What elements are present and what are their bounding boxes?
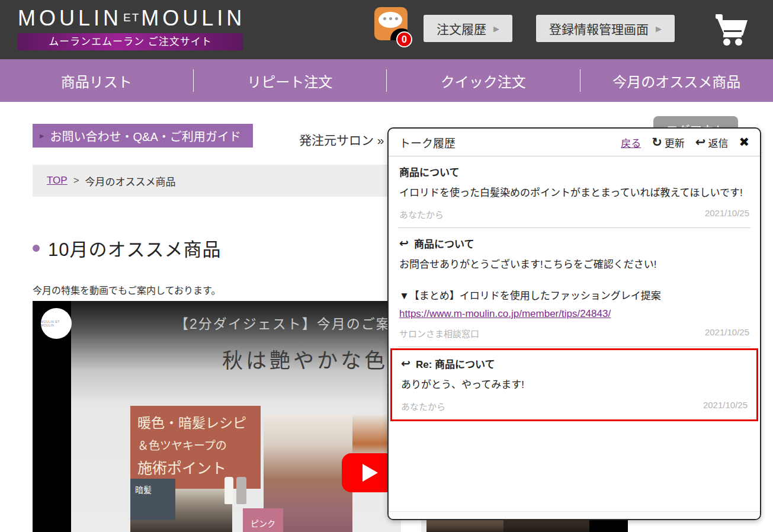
message-footer: あなたから 2021/10/25 bbox=[399, 208, 749, 220]
back-link[interactable]: 戻る bbox=[621, 135, 641, 150]
page: MOULINETMOULIN ムーランエムーラン ご注文サイト 0 注文履歴 ▶… bbox=[0, 0, 773, 532]
message-date: 2021/10/25 bbox=[705, 327, 749, 339]
panel-header: トーク履歴 戻る ↻ 更新 ↩ 返信 ✖ bbox=[389, 129, 760, 156]
logo-subtitle-badge: ムーランエムーラン ご注文サイト bbox=[18, 33, 243, 50]
reply-button[interactable]: ↩ 返信 bbox=[695, 135, 729, 150]
message-title: 商品について bbox=[399, 164, 749, 179]
cart-button[interactable] bbox=[711, 12, 750, 49]
message-sender: あなたから bbox=[401, 400, 445, 412]
message-list: 商品について イロリドを使った白髪染めのポイントがまとまっていれば教えてほしいで… bbox=[389, 156, 760, 421]
play-icon bbox=[363, 464, 378, 482]
message-date: 2021/10/25 bbox=[703, 400, 748, 412]
contact-guide-button[interactable]: ▸ お問い合わせ・Q&A・ご利用ガイド bbox=[33, 124, 253, 148]
pink-label: ピンク bbox=[243, 508, 283, 532]
panel-title: トーク履歴 bbox=[399, 134, 621, 150]
bullet-ring-icon bbox=[33, 245, 40, 252]
main-nav: 商品リスト リピート注文 クイック注文 今月のオススメ商品 bbox=[0, 59, 773, 102]
message-body: ありがとう、やってみます! bbox=[401, 377, 748, 393]
logo-title: MOULINETMOULIN bbox=[18, 6, 243, 31]
cart-icon bbox=[711, 12, 750, 49]
account-management-button[interactable]: 登録情報管理画面 ▶ bbox=[536, 15, 675, 42]
site-logo[interactable]: MOULINETMOULIN ムーランエムーラン ご注文サイト bbox=[18, 6, 243, 50]
video-channel-logo: MOULIN ET MOULIN bbox=[41, 308, 72, 339]
refresh-button[interactable]: ↻ 更新 bbox=[652, 135, 685, 150]
message-date: 2021/10/25 bbox=[705, 208, 749, 220]
chevron-right-icon: ▸ bbox=[40, 130, 44, 141]
recipe-callout: 暖色・暗髪レシピ ＆色ツヤキープの 施術ポイント bbox=[130, 406, 261, 489]
arrow-right-icon: ▶ bbox=[493, 24, 499, 33]
intro-text: 今月の特集を動画でもご案内しております。 bbox=[33, 283, 220, 297]
refresh-icon: ↻ bbox=[652, 135, 662, 149]
page-title: 10月のオススメ商品 bbox=[48, 235, 221, 261]
message-summary: ▼【まとめ】イロリドを使用したファッショングレイ提案 bbox=[399, 287, 749, 302]
message-title: ↩ Re: 商品について bbox=[401, 356, 748, 371]
page-heading: 10月のオススメ商品 bbox=[33, 235, 221, 261]
reply-icon: ↩ bbox=[695, 135, 706, 149]
chat-unread-badge: 0 bbox=[396, 31, 412, 47]
tips-link[interactable]: https://www.m-moulin.co.jp/member/tips/2… bbox=[399, 308, 611, 320]
product-tube-icon bbox=[224, 477, 233, 504]
message-sender: あなたから bbox=[399, 208, 444, 220]
order-history-button[interactable]: 注文履歴 ▶ bbox=[424, 15, 512, 42]
dark-hair-label: 暗髪 bbox=[130, 479, 175, 520]
message-body: イロリドを使った白髪染めのポイントがまとまっていれば教えてほしいです! bbox=[399, 185, 749, 201]
message-item: ↩ 商品について お問合せありがとうございます!こちらをご確認ください! ▼【ま… bbox=[398, 228, 750, 348]
nav-item-product-list[interactable]: 商品リスト bbox=[0, 70, 193, 91]
nav-item-quick-order[interactable]: クイック注文 bbox=[387, 70, 580, 91]
arrow-right-icon: ▶ bbox=[656, 24, 662, 33]
message-item: ↩ Re: 商品について ありがとう、やってみます! あなたから 2021/10… bbox=[401, 356, 748, 412]
ordering-salon-label: 発注元サロン » bbox=[299, 130, 384, 148]
message-sender: サロンさま相談窓口 bbox=[399, 327, 479, 339]
reply-icon: ↩ bbox=[399, 236, 409, 250]
top-header: MOULINETMOULIN ムーランエムーラン ご注文サイト 0 注文履歴 ▶… bbox=[0, 0, 773, 59]
message-footer: あなたから 2021/10/25 bbox=[401, 400, 748, 412]
breadcrumb-home-link[interactable]: TOP bbox=[47, 175, 68, 187]
highlighted-message-box: ↩ Re: 商品について ありがとう、やってみます! あなたから 2021/10… bbox=[390, 348, 758, 421]
nav-item-repeat-order[interactable]: リピート注文 bbox=[194, 70, 387, 91]
nav-item-monthly-recommended[interactable]: 今月のオススメ商品 bbox=[580, 70, 773, 91]
message-item: 商品について イロリドを使った白髪染めのポイントがまとまっていれば教えてほしいで… bbox=[398, 156, 750, 228]
message-body: お問合せありがとうございます!こちらをご確認ください! bbox=[399, 257, 749, 273]
message-footer: サロンさま相談窓口 2021/10/25 bbox=[399, 327, 749, 339]
message-title: ↩ 商品について bbox=[399, 236, 749, 251]
chat-button[interactable]: 0 bbox=[374, 7, 412, 49]
product-tube-icon bbox=[236, 477, 246, 504]
breadcrumb-separator: > bbox=[73, 175, 79, 187]
panel-footer bbox=[389, 511, 760, 519]
close-button[interactable]: ✖ bbox=[739, 135, 749, 149]
close-icon: ✖ bbox=[739, 135, 749, 149]
talk-history-panel: トーク履歴 戻る ↻ 更新 ↩ 返信 ✖ 商品について イロリドを使った白髪染め… bbox=[387, 127, 761, 520]
reply-icon: ↩ bbox=[401, 357, 410, 370]
breadcrumb-current: 今月のオススメ商品 bbox=[85, 174, 176, 188]
